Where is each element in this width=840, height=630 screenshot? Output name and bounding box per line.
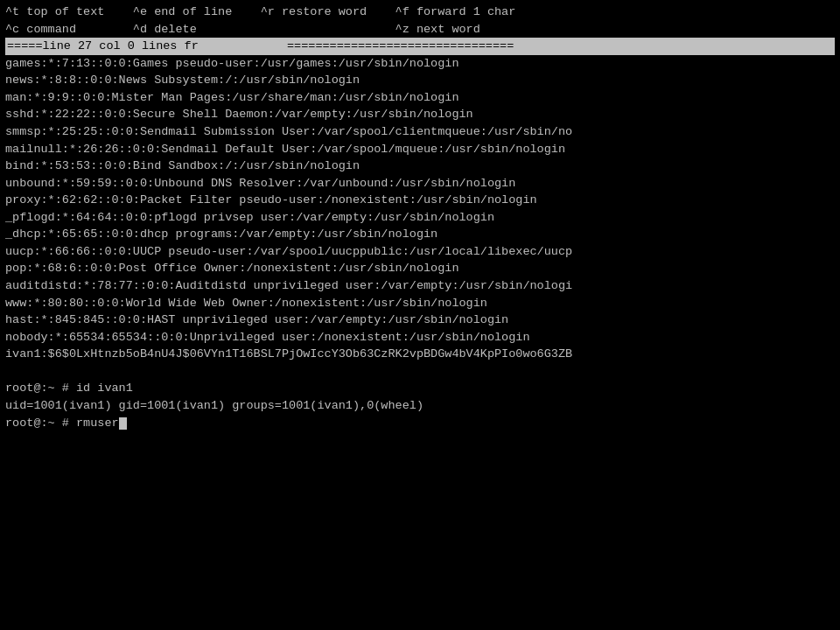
content-line-6: bind:*:53:53::0:0:Bind Sandbox:/:/usr/sb… [5, 158, 835, 175]
content-line-17: ivan1:$6$0LxHtnzb5oB4nU4J$06VYn1T16BSL7P… [5, 346, 835, 363]
content-line-4: smmsp:*:25:25::0:0:Sendmail Submission U… [5, 123, 835, 141]
content-line-1: news:*:8:8::0:0:News Subsystem:/:/usr/sb… [5, 72, 835, 89]
status-bar: =====line 27 col 0 lines fr ============… [5, 38, 835, 55]
content-line-8: proxy:*:62:62::0:0:Packet Filter pseudo-… [5, 192, 835, 209]
status-right: ================================ [285, 38, 835, 55]
status-left: =====line 27 col 0 lines fr [5, 38, 285, 55]
header-line-2: ^c command ^d delete ^z next word [5, 21, 835, 38]
cmd-line-uid: uid=1001(ivan1) gid=1001(ivan1) groups=1… [5, 397, 835, 415]
content-line-14: www:*:80:80::0:0:World Wide Web Owner:/n… [5, 295, 835, 312]
content-line-16: nobody:*:65534:65534::0:0:Unprivileged u… [5, 329, 835, 346]
cmd-line-id: root@:~ # id ivan1 [5, 380, 835, 397]
cmd-line-rmuser[interactable]: root@:~ # rmuser [5, 415, 835, 432]
content-line-3: sshd:*:22:22::0:0:Secure Shell Daemon:/v… [5, 106, 835, 123]
content-line-0: games:*:7:13::0:0:Games pseudo-user:/usr… [5, 55, 835, 73]
content-line-15: hast:*:845:845::0:0:HAST unprivileged us… [5, 312, 835, 329]
cursor [119, 417, 127, 430]
content-line-10: _dhcp:*:65:65::0:0:dhcp programs:/var/em… [5, 226, 835, 243]
terminal-window: ^t top of text ^e end of line ^r restore… [0, 0, 840, 630]
content-line-5: mailnull:*:26:26::0:0:Sendmail Default U… [5, 141, 835, 158]
content-line-2: man:*:9:9::0:0:Mister Man Pages:/usr/sha… [5, 89, 835, 107]
content-line-13: auditdistd:*:78:77::0:0:Auditdistd unpri… [5, 277, 835, 295]
prompt-rmuser: root@:~ # rmuser [5, 416, 119, 430]
blank-line [5, 363, 835, 381]
content-line-11: uucp:*:66:66::0:0:UUCP pseudo-user:/var/… [5, 243, 835, 261]
header-line-1: ^t top of text ^e end of line ^r restore… [5, 4, 835, 21]
content-line-7: unbound:*:59:59::0:0:Unbound DNS Resolve… [5, 175, 835, 192]
content-line-9: _pflogd:*:64:64::0:0:pflogd privsep user… [5, 209, 835, 227]
content-line-12: pop:*:68:6::0:0:Post Office Owner:/nonex… [5, 260, 835, 277]
